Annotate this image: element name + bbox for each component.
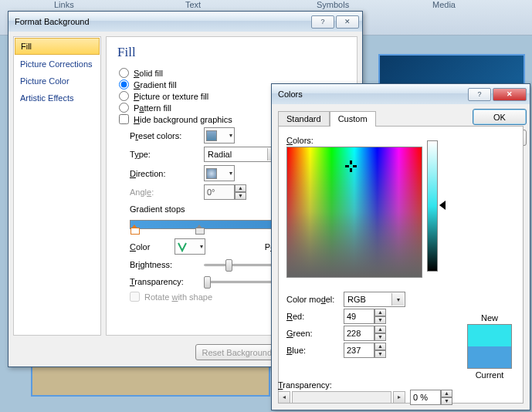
dialog-title: Format Background (15, 17, 310, 26)
color-model-combobox[interactable]: RGB (344, 292, 405, 307)
type-label: Type: (130, 150, 198, 159)
angle-spinner: ▲▼ (204, 184, 246, 200)
gradient-stop[interactable] (195, 217, 204, 234)
tab-standard[interactable]: Standard (278, 111, 330, 127)
sidebar-item-picture-color[interactable]: Picture Color (14, 73, 100, 89)
blue-label: Blue: (286, 346, 339, 355)
green-label: Green: (286, 329, 339, 338)
type-combobox[interactable]: Radial (204, 147, 281, 162)
transparency-label: Transparency: (130, 277, 198, 286)
ribbon-group-media: Media (432, 0, 456, 9)
current-label: Current (467, 370, 512, 380)
new-current-swatch (467, 324, 512, 369)
color-model-label: Color model: (286, 295, 339, 304)
close-icon[interactable]: ✕ (336, 15, 359, 29)
crosshair-icon[interactable] (345, 160, 357, 172)
new-label: New (467, 313, 512, 323)
slide-thumbnail[interactable] (31, 366, 270, 397)
colors-dialog: Colors ? ✕ OK Cancel Standard Custom Col… (271, 83, 530, 410)
blue-spinner[interactable]: ▲▼ (344, 343, 386, 358)
reset-background-button: Reset Background (195, 344, 280, 360)
luminance-strip[interactable] (427, 140, 438, 272)
custom-panel: Colors: Color model: RGB Red: ▲▼ Green: … (278, 126, 524, 404)
spin-down-icon: ▼ (235, 192, 246, 200)
close-icon[interactable]: ✕ (493, 88, 527, 101)
angle-label: Angle: (130, 187, 198, 197)
direction-label: Direction: (130, 169, 198, 178)
colors-field-label: Colors: (286, 136, 515, 145)
category-sidebar: Fill Picture Corrections Picture Color A… (13, 36, 101, 336)
luminance-arrow-icon[interactable] (439, 201, 446, 210)
gradient-stop[interactable] (130, 217, 139, 234)
preset-colors-label: Preset colors: (130, 131, 198, 140)
color-field[interactable] (286, 147, 422, 278)
green-spinner[interactable]: ▲▼ (344, 326, 386, 341)
dialog-titlebar[interactable]: Format Background ? ✕ (8, 12, 362, 32)
radio-solid-fill[interactable]: Solid fill (117, 68, 346, 78)
spin-up-icon: ▲ (235, 184, 246, 192)
tab-custom[interactable]: Custom (330, 111, 376, 127)
red-spinner[interactable]: ▲▼ (344, 309, 386, 324)
color-label: Color (130, 242, 168, 252)
dialog-title: Colors (278, 89, 466, 99)
panel-heading: Fill (117, 45, 346, 60)
direction-dropdown[interactable]: ▾ (204, 165, 235, 181)
ribbon-group-text: Text (185, 0, 201, 9)
transparency-spinner[interactable]: ▲▼ (410, 390, 452, 405)
ribbon-group-symbols: Symbols (317, 0, 349, 9)
help-button[interactable]: ? (468, 88, 491, 101)
current-color-swatch (468, 346, 511, 368)
ribbon-group-links: Links (54, 0, 74, 9)
color-dropdown[interactable]: ▾ (175, 238, 205, 255)
brightness-label: Brightness: (130, 260, 198, 269)
dialog-titlebar[interactable]: Colors ? ✕ (272, 84, 530, 104)
red-label: Red: (286, 312, 339, 321)
sidebar-item-fill[interactable]: Fill (15, 38, 100, 55)
preset-colors-dropdown[interactable]: ▾ (204, 127, 235, 144)
transparency-scrollbar[interactable] (292, 391, 391, 404)
transparency-label: Transparency: (278, 380, 452, 390)
ok-button[interactable]: OK (473, 109, 527, 125)
sidebar-item-artistic-effects[interactable]: Artistic Effects (14, 89, 100, 106)
scroll-left-icon[interactable]: ◂ (278, 391, 290, 404)
scroll-right-icon[interactable]: ▸ (393, 391, 405, 404)
new-color-swatch (468, 325, 511, 346)
sidebar-item-picture-corrections[interactable]: Picture Corrections (14, 56, 100, 73)
help-button[interactable]: ? (311, 15, 334, 29)
